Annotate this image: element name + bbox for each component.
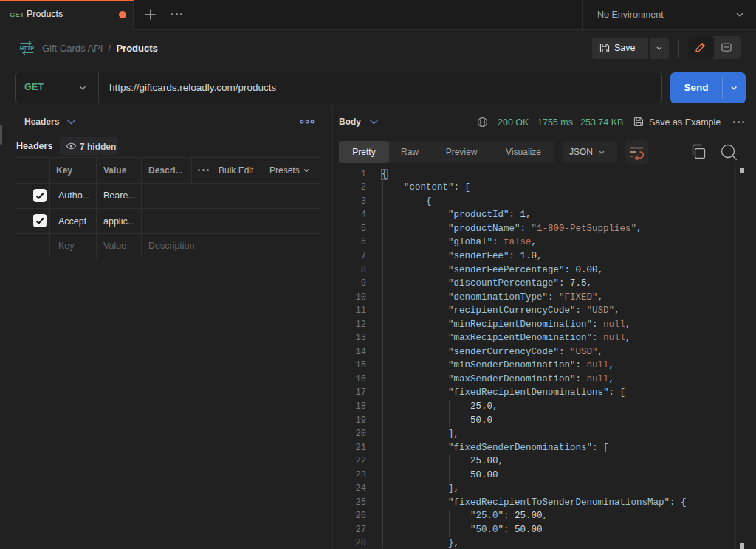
svg-text:HTTP: HTTP xyxy=(20,45,35,52)
